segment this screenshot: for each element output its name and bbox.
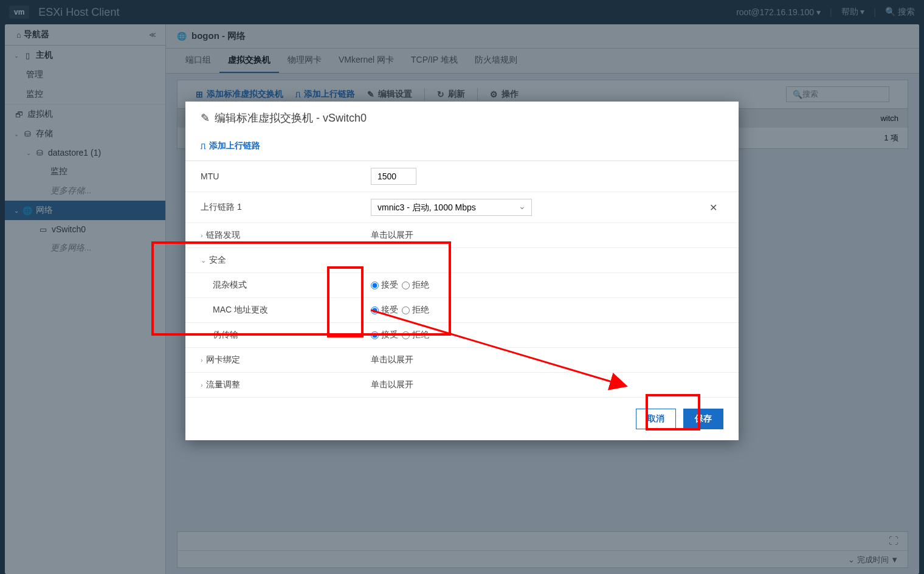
uplink-icon: ⎍ (201, 141, 205, 151)
cancel-button[interactable]: 取消 (636, 409, 676, 429)
save-button[interactable]: 保存 (683, 409, 723, 429)
mtu-input[interactable] (371, 168, 416, 185)
remove-uplink-button[interactable]: ✕ (709, 202, 717, 213)
mtu-label: MTU (201, 171, 371, 181)
security-row[interactable]: ⌄安全 (185, 248, 739, 273)
modal-add-uplink-link[interactable]: ⎍添加上行链路 (201, 140, 723, 151)
promiscuous-label: 混杂模式 (201, 280, 371, 291)
promiscuous-reject-radio[interactable]: 拒绝 (402, 280, 429, 291)
forged-accept-radio[interactable]: 接受 (371, 330, 398, 341)
nic-teaming-row[interactable]: ›网卡绑定 单击以展开 (185, 348, 739, 373)
mac-accept-radio[interactable]: 接受 (371, 305, 398, 316)
uplink1-label: 上行链路 1 (201, 202, 371, 213)
promiscuous-accept-radio[interactable]: 接受 (371, 280, 398, 291)
mac-reject-radio[interactable]: 拒绝 (402, 305, 429, 316)
pencil-icon: ✎ (201, 111, 210, 125)
forged-reject-radio[interactable]: 拒绝 (402, 330, 429, 341)
modal-title: 编辑标准虚拟交换机 - vSwitch0 (215, 111, 367, 125)
link-discovery-row[interactable]: ›链路发现 单击以展开 (185, 223, 739, 248)
forged-label: 伪传输 (201, 330, 371, 341)
traffic-shaping-row[interactable]: ›流量调整 单击以展开 (185, 373, 739, 398)
uplink1-select[interactable]: vmnic3 - 启动, 1000 Mbps (371, 199, 532, 216)
mac-changes-label: MAC 地址更改 (201, 305, 371, 316)
